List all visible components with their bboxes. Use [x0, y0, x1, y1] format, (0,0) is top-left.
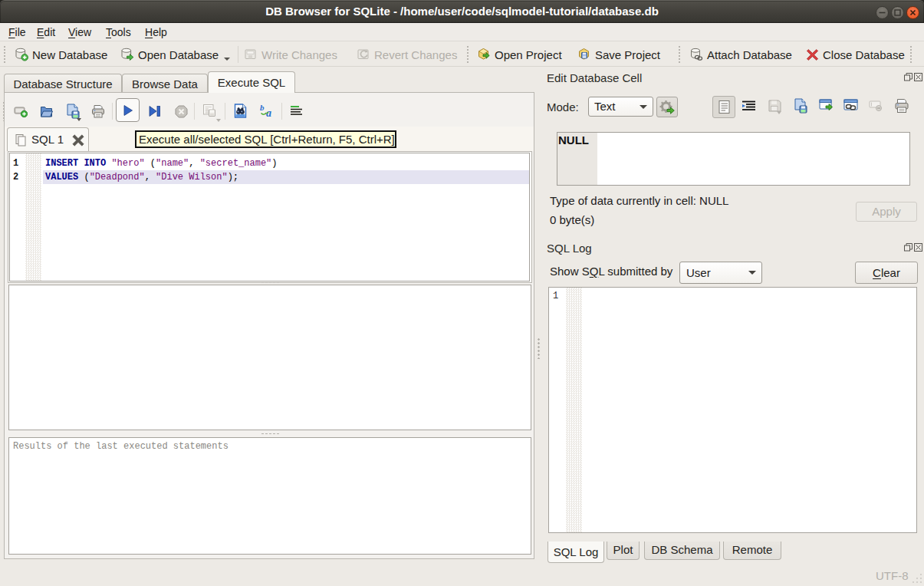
svg-text:a: a — [266, 107, 271, 117]
svg-text:b: b — [260, 104, 265, 112]
